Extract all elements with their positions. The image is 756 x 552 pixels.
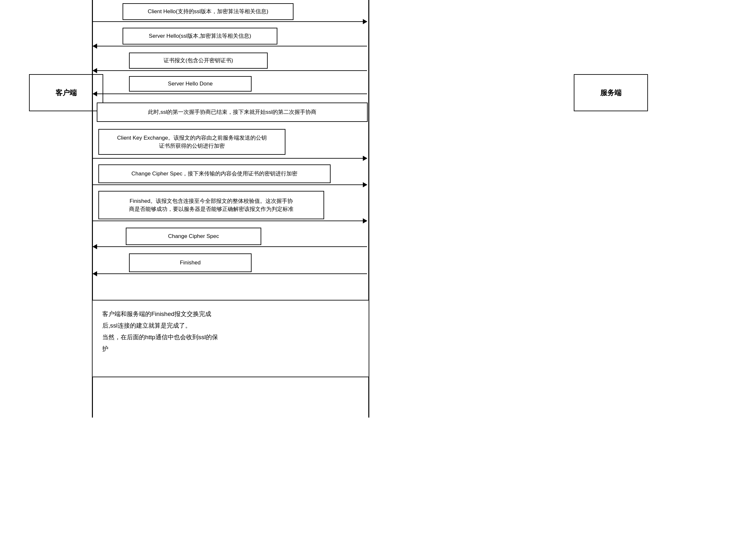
note1-text: 此时,ssl的第一次握手协商已结束，接下来就开始ssl的第二次握手协商 bbox=[148, 108, 317, 116]
client-hello-text: Client Hello(支持的ssl版本，加密算法等相关信息) bbox=[148, 7, 268, 16]
server-hello-box: Server Hello(ssl版本,加密算法等相关信息) bbox=[123, 28, 277, 44]
client-hello-arrow bbox=[93, 21, 367, 22]
server-box: 服务端 bbox=[574, 74, 648, 111]
certificate-box: 证书报文(包含公开密钥证书) bbox=[129, 52, 268, 69]
finished-server-box: Finished bbox=[129, 253, 252, 272]
client-key-exchange-text: Client Key Exchange。该报文的内容由之前服务端发送的公钥 证书… bbox=[117, 134, 267, 150]
client-label: 客户端 bbox=[55, 88, 77, 98]
finished-server-arrow bbox=[93, 273, 367, 274]
change-cipher-spec-server-arrow bbox=[93, 246, 367, 247]
change-cipher-spec-client-box: Change Cipher Spec，接下来传输的内容会使用证书的密钥进行加密 bbox=[98, 164, 331, 183]
certificate-arrow bbox=[93, 70, 367, 71]
finished-client-text: Finished。该报文包含连接至今全部报文的整体校验值。这次握手协 商是否能够… bbox=[129, 197, 293, 214]
summary-box: 客户端和服务端的Finished报文交换完成 后,ssl连接的建立就算是完成了。… bbox=[92, 300, 369, 377]
client-key-exchange-arrow bbox=[93, 158, 367, 159]
summary-text: 客户端和服务端的Finished报文交换完成 后,ssl连接的建立就算是完成了。… bbox=[102, 310, 218, 352]
server-label: 服务端 bbox=[600, 88, 622, 98]
server-hello-arrow bbox=[93, 46, 367, 46]
finished-server-text: Finished bbox=[180, 259, 201, 267]
client-hello-box: Client Hello(支持的ssl版本，加密算法等相关信息) bbox=[123, 3, 293, 20]
server-hello-done-text: Server Hello Done bbox=[168, 80, 213, 88]
change-cipher-spec-client-text: Change Cipher Spec，接下来传输的内容会使用证书的密钥进行加密 bbox=[132, 170, 298, 178]
server-hello-done-arrow bbox=[93, 94, 367, 94]
change-cipher-spec-client-arrow bbox=[93, 184, 367, 185]
finished-client-arrow bbox=[93, 221, 367, 221]
client-key-exchange-box: Client Key Exchange。该报文的内容由之前服务端发送的公钥 证书… bbox=[98, 129, 285, 155]
note1-box: 此时,ssl的第一次握手协商已结束，接下来就开始ssl的第二次握手协商 bbox=[97, 103, 368, 122]
change-cipher-spec-server-box: Change Cipher Spec bbox=[126, 228, 261, 245]
server-hello-done-box: Server Hello Done bbox=[129, 76, 252, 92]
finished-client-box: Finished。该报文包含连接至今全部报文的整体校验值。这次握手协 商是否能够… bbox=[98, 191, 324, 219]
client-box: 客户端 bbox=[29, 74, 103, 111]
certificate-text: 证书报文(包含公开密钥证书) bbox=[163, 56, 233, 65]
change-cipher-spec-server-text: Change Cipher Spec bbox=[168, 232, 219, 241]
server-hello-text: Server Hello(ssl版本,加密算法等相关信息) bbox=[149, 32, 251, 40]
